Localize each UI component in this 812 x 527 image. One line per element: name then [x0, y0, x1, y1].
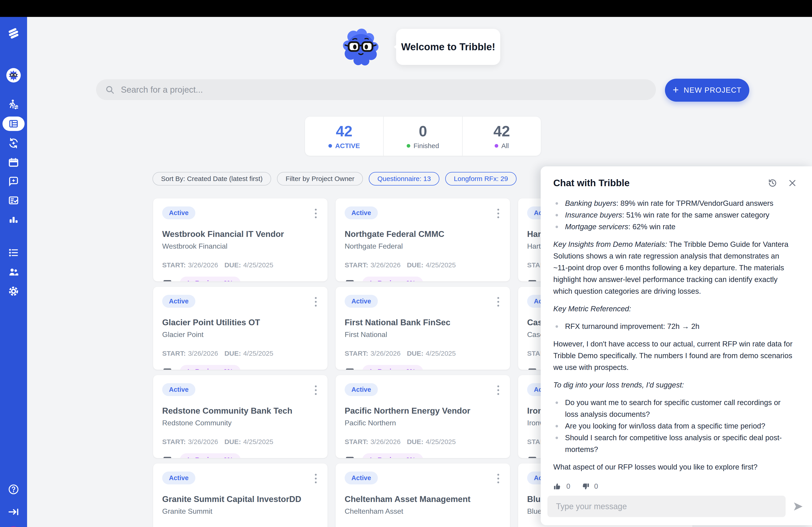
table-icon: [162, 455, 173, 458]
project-title: Granite Summit Capital InvestorDD: [162, 495, 318, 504]
project-client: Pacific Northern: [345, 419, 501, 427]
chat-message: Banking buyers: 89% win rate for TPRM/Ve…: [541, 193, 812, 499]
questionnaire-filter-chip[interactable]: Questionnaire: 13: [369, 172, 439, 185]
stat-finished[interactable]: 0 Finished: [383, 117, 462, 156]
kebab-menu-icon[interactable]: [313, 471, 318, 485]
kebab-menu-icon[interactable]: [495, 471, 501, 485]
review-checklist-icon[interactable]: [8, 195, 19, 206]
thumbs-down-icon[interactable]: [581, 482, 590, 491]
team-icon[interactable]: [8, 266, 19, 278]
chat-title: Chat with Tribble: [553, 178, 767, 189]
progress-badge: In Review • 0%: [180, 276, 241, 282]
project-client: Glacier Point: [162, 330, 318, 339]
progress-badge: In Review • 0%: [180, 453, 241, 458]
logout-icon[interactable]: [8, 506, 19, 518]
help-icon[interactable]: [8, 483, 19, 495]
project-card[interactable]: Active Redstone Community Bank Tech Reds…: [153, 375, 328, 458]
table-icon: [345, 278, 355, 282]
project-card[interactable]: Active Granite Summit Capital InvestorDD…: [153, 463, 328, 527]
thumbs-up-count: 0: [566, 481, 570, 492]
chat-ai-icon[interactable]: [8, 175, 19, 187]
stat-all[interactable]: 42 All: [462, 117, 541, 156]
handoff-icon[interactable]: [8, 99, 19, 110]
chat-panel: Chat with Tribble Banking buyers: 89% wi…: [541, 166, 812, 525]
table-icon: [162, 278, 173, 282]
project-card[interactable]: Active Northgate Federal CMMC Northgate …: [335, 198, 510, 282]
longform-filter-chip[interactable]: Longform RFx: 29: [445, 172, 517, 185]
mascot-avatar-icon[interactable]: [6, 68, 21, 82]
status-badge: Active: [162, 207, 195, 219]
kebab-menu-icon[interactable]: [313, 295, 318, 309]
sort-chip[interactable]: Sort By: Created Date (latest first): [153, 172, 271, 185]
project-search[interactable]: [96, 79, 656, 100]
analytics-icon[interactable]: [8, 213, 19, 225]
kebab-menu-icon[interactable]: [313, 383, 318, 397]
plus-icon: +: [672, 85, 679, 95]
project-title: Redstone Community Bank Tech: [162, 406, 318, 416]
owner-filter-chip[interactable]: Filter by Project Owner: [277, 172, 363, 185]
project-dates: START:3/26/2026DUE:4/25/2025: [162, 438, 318, 446]
table-icon: [527, 278, 537, 282]
send-icon[interactable]: [792, 500, 804, 513]
welcome-text: Welcome to Tribble!: [401, 41, 495, 52]
tribble-logo-icon[interactable]: [8, 28, 19, 39]
metric-heading: Key Metric Referenced:: [553, 303, 795, 315]
win-rate-list: Banking buyers: 89% win rate for TPRM/Ve…: [553, 197, 795, 232]
sidebar-item-projects-selected[interactable]: [2, 117, 25, 131]
kebab-menu-icon[interactable]: [495, 295, 501, 309]
status-badge: Active: [162, 383, 195, 396]
project-title: Glacier Point Utilities OT: [162, 318, 318, 327]
table-icon: [527, 366, 537, 370]
suggest-heading: To dig into your loss trends, I'd sugges…: [553, 379, 795, 391]
project-client: Redstone Community: [162, 419, 318, 427]
chat-history-icon[interactable]: [767, 178, 778, 188]
thumbs-down-count: 0: [594, 481, 598, 492]
chat-input-row: [548, 496, 804, 517]
active-dot: [329, 144, 332, 148]
project-title: Pacific Northern Energy Vendor: [345, 406, 501, 416]
chat-message-input[interactable]: [548, 496, 786, 517]
project-title: Northgate Federal CMMC: [345, 229, 501, 239]
feedback-row: 0 0: [553, 481, 795, 492]
table-icon: [162, 366, 173, 370]
status-badge: Active: [345, 471, 378, 484]
project-dates: START:3/26/2026DUE:4/25/2025: [162, 350, 318, 357]
project-client: Cheltenham Asset: [345, 507, 501, 515]
project-card[interactable]: Active Glacier Point Utilities OT Glacie…: [153, 286, 328, 370]
progress-badge: In Review • 0%: [362, 453, 423, 458]
thumbs-up-icon[interactable]: [553, 482, 562, 491]
status-badge: Active: [162, 471, 195, 484]
calendar-icon[interactable]: [8, 157, 19, 168]
close-icon[interactable]: [787, 178, 798, 188]
filter-bar: Sort By: Created Date (latest first) Fil…: [153, 172, 517, 185]
kebab-menu-icon[interactable]: [495, 207, 501, 221]
sidebar: TK: [0, 17, 27, 527]
status-badge: Active: [162, 295, 195, 308]
list-item: Are you looking for win/loss data from a…: [553, 420, 795, 432]
new-project-button[interactable]: + NEW PROJECT: [665, 79, 749, 102]
kebab-menu-icon[interactable]: [495, 383, 501, 397]
project-dates: START:3/26/2026DUE:4/25/2025: [345, 261, 501, 269]
table-icon: [345, 366, 355, 370]
sync-ai-icon[interactable]: [8, 137, 19, 149]
project-card[interactable]: Active Cheltenham Asset Management Chelt…: [335, 463, 510, 527]
project-dates: START:3/26/2026DUE:4/25/2025: [162, 261, 318, 269]
progress-badge: In Review • 0%: [362, 365, 423, 370]
top-black-bar: [0, 0, 812, 17]
project-client: Granite Summit: [162, 507, 318, 515]
project-title: Westbrook Financial IT Vendor: [162, 229, 318, 239]
table-icon: [527, 455, 537, 458]
queue-rows-icon[interactable]: [8, 247, 19, 258]
kebab-menu-icon[interactable]: [313, 207, 318, 221]
project-card[interactable]: Active Pacific Northern Energy Vendor Pa…: [335, 375, 510, 458]
list-item: Mortgage servicers: 62% win rate: [553, 221, 795, 232]
tribble-mascot: [340, 27, 381, 67]
search-input[interactable]: [121, 85, 647, 95]
stat-active[interactable]: 42 ACTIVE: [305, 117, 383, 156]
settings-gear-icon[interactable]: [8, 285, 19, 297]
project-card[interactable]: Active Westbrook Financial IT Vendor Wes…: [153, 198, 328, 282]
project-card[interactable]: Active First National Bank FinSec First …: [335, 286, 510, 370]
status-badge: Active: [345, 295, 378, 308]
progress-badge: In Review • 0%: [362, 276, 423, 282]
caveat-paragraph: However, I don't have access to our actu…: [553, 338, 795, 373]
